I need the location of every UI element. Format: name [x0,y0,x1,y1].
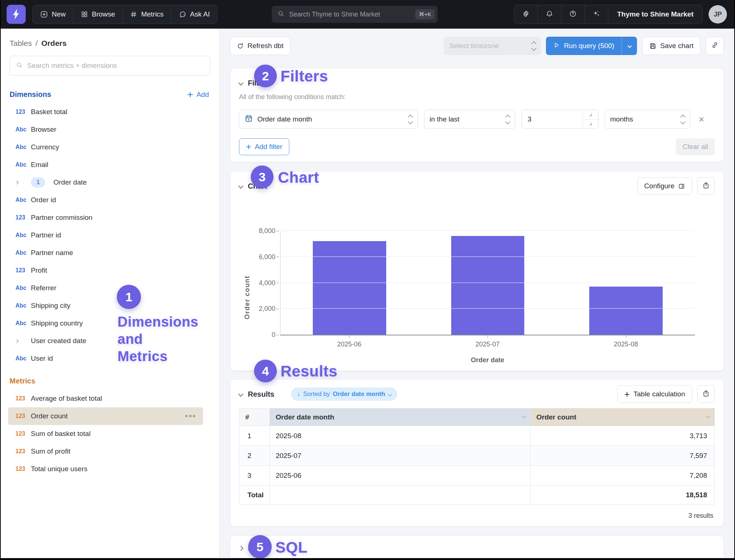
stepper-down-button[interactable] [583,120,598,129]
help-button[interactable] [561,5,585,23]
clear-all-filters-button[interactable]: Clear all [676,138,715,155]
sorted-by-pill[interactable]: ↓ Sorted by Order date month [291,388,397,401]
field-label: Referrer [31,284,57,292]
sidebar-metric-sum-of-profit[interactable]: 123Sum of profit [8,443,203,460]
x-tick-label: 2025-08 [557,341,695,348]
sidebar-dimension-basket-total[interactable]: 123Basket total [8,103,203,121]
table-row[interactable]: 22025-077,597 [239,446,715,466]
sidebar-dimension-partner-commission[interactable]: 123Partner commission [8,209,203,226]
collapse-results-chevron-icon[interactable] [238,392,243,397]
configure-chart-button[interactable]: Configure [637,177,692,195]
column-header-order-date-month[interactable]: Order date month [269,408,530,426]
filter-operator-select[interactable]: in the last [424,110,515,129]
avatar[interactable]: JP [709,5,727,23]
sidebar-dimension-partner-id[interactable]: AbcPartner id [8,226,203,244]
sidebar-dimension-referrer[interactable]: AbcReferrer [8,279,203,297]
field-label: User id [31,354,53,363]
collapse-filters-chevron-icon[interactable] [238,80,243,86]
select-stepper-icon [681,115,685,124]
global-search-placeholder: Search Thyme to Shine Market [289,11,410,18]
nav-button-metrics[interactable]: Metrics [123,5,171,23]
play-icon [553,42,560,50]
nav-button-ask-ai[interactable]: Ask AI [171,5,217,23]
nav-button-new[interactable]: New [33,5,73,23]
run-query-dropdown[interactable] [622,37,637,55]
refresh-dbt-button[interactable]: Refresh dbt [230,37,290,55]
cell-order-count[interactable]: 3,713 [530,426,714,446]
field-label: Email [31,161,48,169]
filter-field-select[interactable]: Order date month [239,110,418,129]
global-search[interactable]: Search Thyme to Shine Market ⌘+K [272,6,438,23]
export-icon [702,182,710,190]
collapse-chart-chevron-icon[interactable] [238,183,243,189]
filter-value-input[interactable] [522,110,573,128]
annotation-circle-1: 1 [117,285,141,309]
chevron-right-icon[interactable] [15,181,31,184]
expand-sql-chevron-icon[interactable] [238,546,243,551]
number-type-icon: 123 [15,267,31,274]
filter-unit-select[interactable]: months [605,110,690,129]
share-link-button[interactable] [706,37,724,55]
bar-2025-08[interactable] [589,287,662,335]
table-calculation-button[interactable]: + Table calculation [617,385,692,403]
nav-button-browse[interactable]: Browse [73,5,123,23]
timezone-select[interactable]: Select timezone [443,37,541,55]
sparkles-button[interactable] [585,5,608,23]
add-filter-button[interactable]: + Add filter [239,138,289,155]
column-header-order-count[interactable]: Order count [530,408,714,426]
cell-order-count[interactable]: 7,208 [530,466,714,486]
cell-order-count[interactable]: 7,597 [530,446,714,466]
save-chart-button[interactable]: Save chart [642,37,700,55]
filters-condition-text: All of the following conditions match: [239,93,715,101]
chevron-right-icon[interactable] [15,340,31,342]
sidebar-dimension-email[interactable]: AbcEmail [8,156,203,174]
sidebar-metric-total-unique-users[interactable]: 123Total unique users [8,460,203,478]
arrow-down-icon: ↓ [297,390,300,398]
table-row[interactable]: 32025-067,208 [239,466,715,486]
cell-order-date-month[interactable]: 2025-06 [269,466,530,486]
filter-rule-row: Order date month in the last [239,110,715,129]
cell-order-date-month[interactable]: 2025-07 [269,446,530,466]
remove-filter-button[interactable]: × [699,114,704,124]
sidebar-dimension-partner-name[interactable]: AbcPartner name [8,244,203,262]
export-results-button[interactable] [697,385,715,403]
gridline [280,230,695,231]
sidebar-dimension-browser[interactable]: AbcBrowser [8,121,203,138]
gridline [280,283,695,283]
search-icon [278,10,285,19]
bar-2025-06[interactable] [313,241,386,335]
sidebar-dimension-order-date[interactable]: 1Order date [8,174,203,191]
run-query-button[interactable]: Run query (500) [546,37,622,55]
add-dimension-button[interactable]: Add [187,91,209,99]
primary-nav: NewBrowseMetricsAsk AI [32,5,217,24]
bell-button[interactable] [538,5,561,23]
sidebar-metric-sum-of-basket-total[interactable]: 123Sum of basket total [8,425,203,443]
sidebar-dimension-profit[interactable]: 123Profit [8,262,203,279]
navbar-right: Thyme to Shine Market JP [514,5,727,24]
field-label: Browser [31,126,57,134]
sidebar-metric-order-count[interactable]: 123Order count••• [8,407,203,425]
gear-button[interactable] [514,5,538,23]
export-chart-button[interactable] [697,177,715,195]
app-logo[interactable] [7,5,26,24]
field-label: Shipping country [31,319,83,327]
chevron-down-icon[interactable] [706,414,710,418]
breadcrumb-tables[interactable]: Tables [10,39,32,48]
grid-icon [81,11,88,18]
chevron-down-icon[interactable] [522,414,526,418]
results-count: 3 results [239,512,715,520]
bar-2025-07[interactable] [451,236,524,335]
sidebar-dimension-currency[interactable]: AbcCurrency [8,138,203,156]
sidebar-metric-average-of-basket-total[interactable]: 123Average of basket total [8,390,203,407]
sidebar-dimension-shipping-city[interactable]: AbcShipping city [8,297,203,314]
cell-order-date-month[interactable]: 2025-08 [269,426,530,446]
more-options-icon[interactable]: ••• [185,411,196,421]
calendar-icon [245,114,253,124]
field-label: Profit [31,266,47,274]
org-switcher[interactable]: Thyme to Shine Market [608,5,702,23]
table-row[interactable]: 12025-083,713 [239,426,715,446]
fields-search-input[interactable]: Search metrics + dimensions [10,56,210,76]
x-tick-label: 2025-07 [419,341,557,348]
stepper-up-button[interactable] [583,110,598,120]
sidebar-dimension-order-id[interactable]: AbcOrder id [8,191,203,209]
